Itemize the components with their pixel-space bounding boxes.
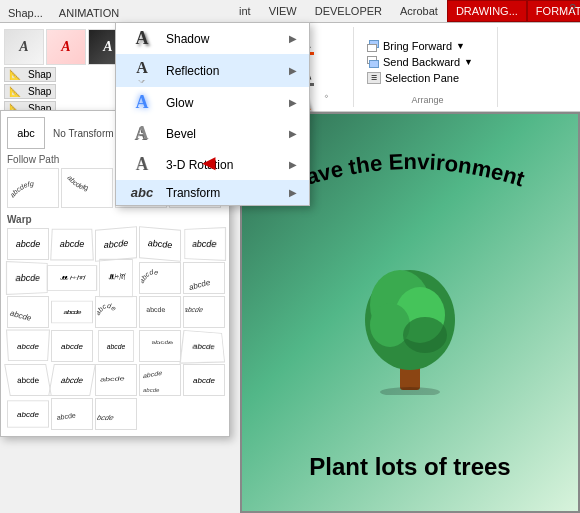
dropdown-item-bevel[interactable]: A Bevel ▶ <box>116 118 309 149</box>
warp-section: Warp abcde abcde abcde abcde abcde abcde… <box>7 212 223 430</box>
svg-text:abcde: abcde <box>9 309 33 323</box>
wordart-preview-1[interactable]: A <box>4 29 44 65</box>
text-effects-dropdown: A Shadow ▶ A A Reflection ▶ A Glow ▶ A B… <box>115 22 310 206</box>
shape-item-1[interactable]: 📐Shap <box>4 67 56 82</box>
arrow-icon-5: ▶ <box>289 159 297 170</box>
tab-shape[interactable]: Shap... <box>0 4 51 22</box>
dropdown-item-glow[interactable]: A Glow ▶ <box>116 87 309 118</box>
tab-drawing[interactable]: DRAWING... <box>447 0 527 22</box>
warp-item-28[interactable]: abcde <box>95 398 137 430</box>
transform-arrow: ◄ <box>198 152 220 174</box>
svg-text:abcde: abcde <box>56 412 77 421</box>
svg-point-25 <box>403 317 447 353</box>
warp-item-24[interactable]: abcdeabcde <box>139 364 181 396</box>
tab-developer[interactable]: DEVELOPER <box>306 0 391 22</box>
tab-int[interactable]: int <box>230 0 260 22</box>
bevel-icon: A <box>128 123 156 144</box>
env-bottom-text: Plant lots of trees <box>309 453 510 481</box>
warp-item-3[interactable]: abcde <box>95 226 137 262</box>
warp-item-11[interactable]: abcde <box>7 296 49 328</box>
tab-view[interactable]: VIEW <box>260 0 306 22</box>
arrow-icon-2: ▶ <box>289 65 297 76</box>
dropdown-item-shadow[interactable]: A Shadow ▶ <box>116 23 309 54</box>
dropdown-item-transform[interactable]: abc Transform ▶ <box>116 180 309 205</box>
svg-text:abcde: abcde <box>99 375 125 383</box>
warp-item-19[interactable]: abcde <box>139 330 181 362</box>
send-backward-btn[interactable]: Send Backward ▼ <box>364 55 476 69</box>
warp-item-12[interactable]: abcde <box>51 301 93 323</box>
arrange-label: Arrange <box>364 95 491 105</box>
warp-item-16[interactable]: abcde <box>6 329 50 361</box>
tree-image <box>350 206 470 453</box>
tab-acrobat[interactable]: Acrobat <box>391 0 447 22</box>
warp-item-27[interactable]: abcde <box>51 398 93 430</box>
warp-item-21[interactable]: abcde <box>4 364 52 396</box>
svg-text:abcde: abcde <box>97 302 118 316</box>
reflection-icon: A A <box>128 59 156 82</box>
arrow-icon-4: ▶ <box>289 128 297 139</box>
svg-text:abcdefg: abcdefg <box>66 174 88 192</box>
glow-icon: A <box>128 92 156 113</box>
svg-text:abcdefg: abcdefg <box>9 180 34 199</box>
warp-item-18[interactable]: abcde <box>98 330 134 362</box>
svg-point-24 <box>370 303 410 347</box>
svg-text:abcde: abcde <box>141 268 159 284</box>
warp-item-8[interactable]: ꔚꔝꔟ <box>99 259 133 297</box>
bring-forward-btn[interactable]: Bring Forward ▼ <box>364 39 468 53</box>
follow-path-1[interactable]: abcdefg <box>7 168 59 208</box>
svg-text:Save the Environment: Save the Environment <box>288 149 528 194</box>
shape-item-2[interactable]: 📐Shap <box>4 84 56 99</box>
warp-item-25[interactable]: abcde <box>183 364 225 396</box>
warp-item-22[interactable]: abcde <box>48 364 96 396</box>
warp-item-10[interactable]: abcde <box>183 262 225 294</box>
shadow-icon: A <box>128 28 156 49</box>
warp-item-6[interactable]: abcde <box>6 261 48 295</box>
arrow-icon-6: ▶ <box>289 187 297 198</box>
arrow-icon: ▶ <box>289 33 297 44</box>
tab-animation[interactable]: ANIMATION <box>51 4 127 22</box>
warp-item-20[interactable]: abcde <box>179 330 225 364</box>
svg-text:abcde: abcde <box>97 414 115 422</box>
arrange-group: Bring Forward ▼ Send Backward ▼ <box>358 27 498 107</box>
warp-item-4[interactable]: abcde <box>139 226 181 262</box>
dropdown-item-reflection[interactable]: A A Reflection ▶ <box>116 54 309 87</box>
question-mark[interactable]: ? <box>569 2 576 16</box>
warp-item-26[interactable]: abcde <box>7 400 49 427</box>
svg-text:abcde: abcde <box>185 306 204 314</box>
no-transform-label: No Transform <box>53 128 114 139</box>
warp-item-7[interactable]: ꔚꔝꔟ <box>47 265 97 291</box>
arrow-icon-3: ▶ <box>289 97 297 108</box>
3d-icon: A <box>129 154 155 175</box>
selection-pane-btn[interactable]: ☰ Selection Pane <box>364 71 462 85</box>
svg-text:abcde: abcde <box>150 340 175 345</box>
follow-path-2[interactable]: abcdefg <box>61 168 113 208</box>
svg-text:abcde: abcde <box>188 278 212 292</box>
warp-item-5[interactable]: abcde <box>184 227 226 261</box>
no-transform-item[interactable]: abc <box>7 117 45 149</box>
warp-item-2[interactable]: abcde <box>50 229 94 261</box>
warp-item-9[interactable]: abcde <box>139 262 181 294</box>
warp-item-14[interactable]: abcde <box>139 296 181 328</box>
warp-item-13[interactable]: abcde <box>95 296 137 328</box>
warp-item-17[interactable]: abcde <box>51 330 93 362</box>
wordart-expand-btn[interactable]: ⬦ <box>320 48 332 100</box>
svg-text:abcde: abcde <box>143 369 162 379</box>
warp-item-15[interactable]: abcde <box>183 296 225 328</box>
warp-item-23[interactable]: abcde <box>95 364 137 396</box>
wordart-preview-2[interactable]: A <box>46 29 86 65</box>
warp-item-1[interactable]: abcde <box>7 228 49 260</box>
svg-point-20 <box>380 387 440 395</box>
svg-text:abcde: abcde <box>143 387 160 393</box>
transform-icon: abc <box>128 185 156 200</box>
warp-label: Warp <box>7 212 223 228</box>
svg-text:abcde: abcde <box>145 306 166 314</box>
